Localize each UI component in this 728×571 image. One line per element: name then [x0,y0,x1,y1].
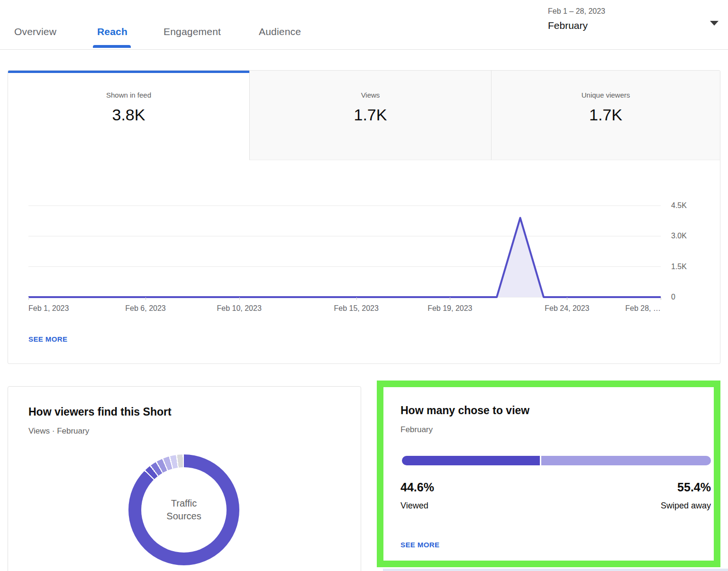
progress-segment-viewed [402,456,540,465]
x-axis-tick [356,297,357,300]
y-axis-label: 0 [671,292,704,302]
metric-value: 3.8K [8,105,249,125]
viewed-label: Viewed [400,500,428,511]
x-axis-label: Feb 1, 2023 [28,304,69,313]
metric-label: Unique viewers [491,91,720,100]
x-axis-tick [28,297,29,300]
highlight-outline: How many chose to view February 44.6% 55… [377,381,720,567]
card-title: How many chose to view [400,404,529,417]
swiped-percent: 55.4% [677,480,711,494]
metric-label: Views [250,91,491,100]
x-axis-label: Feb 15, 2023 [334,304,379,313]
donut-center-label: Traffic Sources [128,454,239,565]
reach-analytics-page: Overview Reach Engagement Audience Feb 1… [0,0,728,571]
date-range-picker[interactable]: Feb 1 – 28, 2023 February [540,5,728,43]
see-more-link-chart[interactable]: SEE MORE [28,335,67,343]
swiped-label: Swiped away [661,500,711,511]
y-axis-label: 4.5K [671,201,704,210]
x-axis-label: Feb 24, 2023 [545,304,589,313]
card-subtitle: February [400,425,433,435]
card-title: How viewers find this Short [28,406,172,418]
active-tab-indicator [93,45,131,48]
y-axis-label: 1.5K [671,262,704,272]
x-axis-tick [239,297,240,300]
card-subtitle: Views · February [28,426,89,436]
progress-segment-swiped [541,456,711,465]
x-axis-label: Feb 10, 2023 [217,304,262,313]
date-range-text: Feb 1 – 28, 2023 [548,7,605,16]
x-axis-label: Feb 6, 2023 [125,304,165,313]
x-axis-tick [661,297,661,300]
y-axis-label: 3.0K [671,231,704,241]
metric-tab-views[interactable]: Views 1.7K [249,71,491,160]
dropdown-caret-icon[interactable] [710,21,719,26]
see-more-link-chose[interactable]: SEE MORE [400,541,439,549]
top-nav: Overview Reach Engagement Audience Feb 1… [0,0,728,50]
metric-value: 1.7K [491,105,720,125]
tab-engagement[interactable]: Engagement [164,26,221,38]
metric-tabs: Shown in feed 3.8K Views 1.7K Unique vie… [8,71,720,160]
chose-progress-bar [402,456,711,465]
reach-line-chart [28,198,661,297]
tab-overview[interactable]: Overview [14,26,56,38]
date-period-text: February [548,20,588,31]
x-axis-tick [567,297,567,300]
x-axis-label: Feb 19, 2023 [428,304,472,313]
x-axis-tick [146,297,146,300]
metric-tab-shown-in-feed[interactable]: Shown in feed 3.8K [8,71,249,160]
traffic-sources-card: How viewers find this Short Views · Febr… [8,386,361,571]
metric-tab-unique-viewers[interactable]: Unique viewers 1.7K [491,71,720,160]
x-axis-tick [450,297,450,300]
viewed-percent: 44.6% [400,480,434,494]
traffic-sources-donut: Traffic Sources [128,454,239,565]
tab-reach[interactable]: Reach [97,26,127,38]
tab-audience[interactable]: Audience [259,26,301,38]
x-axis-label: Feb 28, … [625,304,661,313]
metric-value: 1.7K [250,105,491,125]
next-section-top-edge [383,569,728,571]
reach-chart-card: Shown in feed 3.8K Views 1.7K Unique vie… [8,70,720,364]
chose-to-view-card: How many chose to view February 44.6% 55… [383,387,714,561]
metric-label: Shown in feed [8,91,249,100]
